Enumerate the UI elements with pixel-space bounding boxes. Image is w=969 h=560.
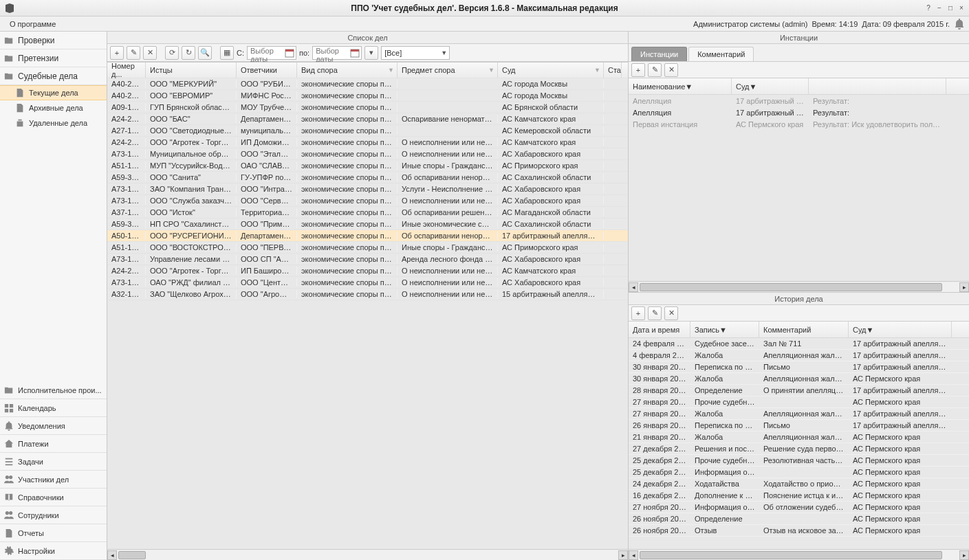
sidebar-sub-deleted[interactable]: Удаленные дела (0, 115, 107, 131)
history-row[interactable]: 27 декабря 2014 г.Решения и постанов...Р… (629, 443, 969, 455)
help-icon[interactable]: ? (924, 3, 933, 13)
table-row[interactable]: А24-274/2...ООО "Агротек - Торговый д...… (107, 137, 628, 148)
instance-row[interactable]: Первая инстанцияАС Пермского краяРезульт… (629, 118, 969, 130)
up-button[interactable]: ⟳ (165, 46, 179, 60)
table-row[interactable]: А27-1658/...ООО "Светодиодные технол...м… (107, 125, 628, 137)
sidebar-item-staff[interactable]: Сотрудники (0, 506, 107, 524)
history-row[interactable]: 26 ноября 2014 г.ОтзывОтзыв на исковое з… (629, 525, 969, 537)
date-to-input[interactable]: Выбор даты (312, 46, 362, 60)
tab-comment[interactable]: Комментарий (688, 47, 754, 61)
sidebar-item-calendar[interactable]: Календарь (0, 399, 107, 417)
filter-icon[interactable]: ▼ (594, 67, 600, 74)
all-combo[interactable]: [Все]▼ (381, 46, 450, 60)
add-button[interactable]: + (110, 46, 124, 60)
hist-hscrollbar[interactable]: ◂▸ (629, 549, 969, 560)
table-row[interactable]: А50-17997...ООО "РУСРЕГИОНИНВЕСТ"Департа… (107, 230, 628, 242)
hist-col-com[interactable]: Комментарий (759, 322, 849, 337)
sidebar-item-tasks[interactable]: Задачи (0, 453, 107, 471)
edit-button[interactable]: ✎ (127, 46, 140, 60)
filter-icon[interactable]: ▼ (750, 82, 757, 91)
scroll-left-icon[interactable]: ◂ (107, 550, 117, 560)
history-row[interactable]: 25 декабря 2014 г.Информация о прин...АС… (629, 467, 969, 478)
maximize-icon[interactable]: □ (946, 3, 955, 13)
hist-add-button[interactable]: + (631, 306, 645, 320)
sidebar-item-settings[interactable]: Настройки (0, 542, 107, 560)
col-subject[interactable]: Предмет спора▼ (398, 63, 498, 78)
minimize-icon[interactable]: − (935, 3, 944, 13)
grid-body[interactable]: А40-20105...ООО "МЕРКУРИЙ"ООО "РУБИКОН"э… (107, 78, 628, 549)
inst-delete-button[interactable]: ✕ (664, 63, 678, 77)
filter-icon[interactable]: ▼ (867, 326, 874, 334)
history-row[interactable]: 21 января 2015 г.ЖалобаАпелляционная жал… (629, 432, 969, 443)
inst-hscrollbar[interactable]: ◂▸ (629, 281, 969, 292)
search-button[interactable]: 🔍 (198, 46, 212, 60)
col-plaintiffs[interactable]: Истцы (146, 63, 237, 78)
sidebar-item-cases[interactable]: Судебные дела (0, 67, 107, 85)
history-row[interactable]: 26 января 2015 г.Переписка по делуПисьмо… (629, 420, 969, 432)
instance-row[interactable]: Апелляция17 арбитражный апелл...Результа… (629, 95, 969, 107)
sidebar-item-participants[interactable]: Участники дел (0, 471, 107, 489)
hist-delete-button[interactable]: ✕ (664, 306, 678, 320)
table-row[interactable]: А59-308/2...ООО "Санита"ГУ-УПФР по Доли.… (107, 172, 628, 183)
inst-edit-button[interactable]: ✎ (648, 63, 662, 77)
sidebar-item-notif[interactable]: Уведомления (0, 417, 107, 435)
filter-dropdown-button[interactable]: ▾ (364, 46, 378, 60)
inst-col-court[interactable]: Суд▼ (732, 78, 809, 94)
table-row[interactable]: А73-1148/...ОАО "РЖД" филиал ДВЖД...ООО … (107, 277, 628, 289)
hist-body[interactable]: 24 февраля 2015 г.Судебное заседаниеЗал … (629, 338, 969, 549)
bell-icon[interactable] (954, 19, 965, 30)
history-row[interactable]: 26 ноября 2014 г.ОпределениеАС Пермского… (629, 513, 969, 525)
sidebar-item-payments[interactable]: Платежи (0, 435, 107, 453)
close-icon[interactable]: × (957, 3, 966, 13)
table-row[interactable]: А73-1155/...Муниципальное образовани...О… (107, 148, 628, 160)
sidebar-sub-current[interactable]: Текущие дела (0, 85, 107, 100)
history-row[interactable]: 24 февраля 2015 г.Судебное заседаниеЗал … (629, 338, 969, 350)
table-row[interactable]: А73-1140/...Управление лесами Правите...… (107, 254, 628, 265)
col-status[interactable]: Ста (604, 63, 622, 78)
sidebar-item-claims[interactable]: Претензии (0, 49, 107, 67)
filter-icon[interactable]: ▼ (685, 82, 693, 91)
sidebar-item-dicts[interactable]: Справочники (0, 489, 107, 506)
tab-instances[interactable]: Инстанции (631, 47, 687, 61)
history-row[interactable]: 24 декабря 2014 г.ХодатайстваХодатайство… (629, 478, 969, 490)
inst-col-result[interactable] (809, 78, 946, 94)
table-row[interactable]: А59-309/2...НП СРО "Сахалинстрой"ООО "Пр… (107, 219, 628, 230)
col-defendants[interactable]: Ответчики (237, 63, 297, 78)
table-row[interactable]: А09-1489/...ГУП Брянской области "Бря...… (107, 102, 628, 113)
hist-edit-button[interactable]: ✎ (648, 306, 662, 320)
history-row[interactable]: 30 января 2015 г.Переписка по делуПисьмо… (629, 361, 969, 373)
history-row[interactable]: 30 января 2015 г.ЖалобаАпелляционная жал… (629, 373, 969, 385)
inst-col-name[interactable]: Наименование▼ (629, 78, 732, 94)
history-row[interactable]: 16 декабря 2014 г.Дополнение к делуПоясн… (629, 490, 969, 502)
col-number[interactable]: Номер д... (107, 63, 146, 78)
table-row[interactable]: А24-269/2...ООО "БАС"Департамент град...… (107, 113, 628, 125)
history-row[interactable]: 28 января 2015 г.ОпределениеО принятии а… (629, 385, 969, 396)
export-button[interactable]: ▦ (220, 46, 234, 60)
filter-icon[interactable]: ▼ (719, 326, 727, 334)
sidebar-sub-archive[interactable]: Архивные дела (0, 100, 107, 115)
table-row[interactable]: А51-1821/...МУП "Уссурийск-Водоканал...О… (107, 160, 628, 172)
table-row[interactable]: А73-1132/...ЗАО "Компания ТрансТелеК...О… (107, 183, 628, 195)
history-row[interactable]: 25 декабря 2014 г.Прочие судебные до...Р… (629, 455, 969, 467)
scroll-right-icon[interactable]: ▸ (618, 550, 628, 560)
refresh-button[interactable]: ↻ (182, 46, 195, 60)
sidebar-item-checks[interactable]: Проверки (0, 32, 107, 49)
col-type[interactable]: Вид спора▼ (297, 63, 398, 78)
filter-icon[interactable]: ▼ (488, 67, 494, 74)
menu-about[interactable]: О программе (4, 19, 61, 30)
inst-add-button[interactable]: + (631, 63, 645, 77)
history-row[interactable]: 27 ноября 2014 г.Информация о прин...Об … (629, 502, 969, 513)
table-row[interactable]: А40-20105...ООО "МЕРКУРИЙ"ООО "РУБИКОН"э… (107, 78, 628, 90)
hist-col-court[interactable]: Суд▼ (849, 322, 952, 337)
hist-col-rec[interactable]: Запись▼ (690, 322, 759, 337)
history-row[interactable]: 4 февраля 2015 г.ЖалобаАпелляционная жал… (629, 350, 969, 361)
filter-icon[interactable]: ▼ (388, 67, 394, 74)
table-row[interactable]: А37-113/2...ООО "Исток"Территориальн...э… (107, 207, 628, 219)
history-row[interactable]: 27 января 2015 г.ЖалобаАпелляционная жал… (629, 408, 969, 420)
sidebar-item-exec[interactable]: Исполнительное прои... (0, 381, 107, 399)
table-row[interactable]: А40-20274...ООО "ЕВРОМИР"МИФНС Росси...э… (107, 90, 628, 102)
history-row[interactable]: 27 января 2015 г.Прочие судебные до...АС… (629, 396, 969, 408)
col-court[interactable]: Суд▼ (498, 63, 604, 78)
table-row[interactable]: А32-15085...ЗАО "Щелково Агрохим"ООО "Аг… (107, 289, 628, 300)
inst-body[interactable]: Апелляция17 арбитражный апелл...Результа… (629, 95, 969, 281)
